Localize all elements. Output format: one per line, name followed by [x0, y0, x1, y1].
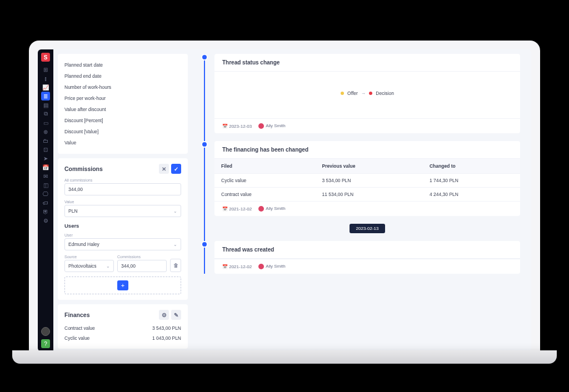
user-avatar[interactable] — [41, 327, 50, 336]
edit-icon[interactable]: ✎ — [171, 310, 181, 320]
finance-row: Cyclic value1 043,00 PLN — [64, 333, 181, 343]
logo-icon[interactable]: S — [41, 53, 50, 62]
mail-icon[interactable]: ✉ — [41, 172, 50, 180]
close-icon[interactable]: ✕ — [159, 164, 169, 174]
event-title: Thread status change — [214, 54, 520, 72]
left-panel: Planned start datePlanned end dateNumber… — [53, 49, 192, 351]
form-card: Planned start datePlanned end dateNumber… — [58, 54, 188, 154]
timeline-dot — [201, 141, 208, 148]
finance-row: Contract value3 543,00 PLN — [64, 323, 181, 333]
finance-table: FiledPrevious valueChanged toCyclic valu… — [214, 159, 520, 201]
form-field: Planned start date — [64, 59, 181, 71]
file-icon[interactable]: ▤ — [41, 100, 50, 109]
form-field: Number of work-hours — [64, 82, 181, 93]
event-title: Thread was created — [214, 241, 520, 259]
settings-icon[interactable]: ⚙ — [41, 216, 50, 225]
finances-title: Finances — [64, 311, 90, 318]
calendar-icon[interactable]: 📅 — [41, 163, 50, 172]
user-avatar-small — [258, 123, 264, 129]
confirm-icon[interactable]: ✓ — [171, 164, 181, 174]
chevron-down-icon: ⌄ — [173, 242, 177, 247]
monitor-icon[interactable]: 🖵 — [41, 189, 50, 198]
timeline-event: Thread status changeOffer→Decision📅 2023… — [214, 54, 520, 133]
timeline-event: Thread was created📅 2021-12-02Ally Smith — [214, 241, 520, 274]
finances-card: Finances ⚙ ✎ Contract value3 543,00 PLNC… — [58, 304, 188, 349]
trend-icon[interactable]: 📈 — [41, 83, 50, 92]
status-to: Decision — [376, 91, 394, 96]
shield-icon[interactable]: ⛨ — [41, 207, 50, 216]
briefcase-icon[interactable]: ▭ — [41, 118, 50, 127]
delete-button[interactable]: 🗑 — [170, 259, 181, 272]
add-button[interactable]: + — [117, 280, 128, 290]
help-icon[interactable]: ? — [41, 339, 50, 348]
sidebar: S ⊞⫿📈≣▤⧉▭⊕🗀⊡➤📅✉◫🖵🏷⛨⚙ ? — [38, 49, 53, 351]
form-field: Value — [64, 137, 181, 148]
source-select[interactable]: Photovoltaics⌄ — [64, 260, 114, 272]
plus-box-icon[interactable]: ⊕ — [41, 127, 50, 136]
event-title: The financing has been changed — [214, 141, 520, 159]
timeline: Thread status changeOffer→Decision📅 2023… — [201, 54, 520, 274]
timeline-dot — [201, 54, 208, 61]
commissions-title: Commissions — [64, 165, 103, 172]
form-field: Discount [Value] — [64, 126, 181, 137]
right-panel: Thread status changeOffer→Decision📅 2023… — [192, 49, 531, 351]
status-from: Offer — [347, 91, 358, 96]
chevron-down-icon: ⌄ — [106, 264, 110, 269]
folder-icon[interactable]: 🗀 — [41, 136, 50, 145]
form-field: Value after discount — [64, 104, 181, 115]
date-separator: 2023-02-13 — [214, 224, 520, 233]
dashboard-icon[interactable]: ⊞ — [41, 65, 50, 74]
value-select[interactable]: PLN⌄ — [64, 205, 181, 217]
layers-icon[interactable]: ≣ — [41, 92, 50, 100]
chart-icon[interactable]: ⫿ — [41, 74, 50, 83]
commissions-card: Commissions ✕ ✓ All commissions 344,00 V… — [58, 158, 188, 300]
gear-icon[interactable]: ⚙ — [159, 310, 169, 320]
copy-icon[interactable]: ⧉ — [41, 109, 50, 118]
form-field: Discount [Percent] — [64, 115, 181, 126]
value-label: Value — [64, 200, 181, 204]
calendar-icon: 📅 — [222, 264, 228, 269]
commission-input[interactable]: 344,00 — [117, 260, 167, 272]
calendar-icon: 📅 — [222, 124, 228, 129]
all-commissions-input[interactable]: 344,00 — [64, 183, 181, 195]
users-title: Users — [64, 223, 181, 229]
all-commissions-label: All commissions — [64, 178, 181, 182]
user-select[interactable]: Edmund Haley⌄ — [64, 238, 181, 250]
timeline-dot — [201, 241, 208, 248]
comm-label: Commissions — [117, 255, 167, 259]
apps-icon[interactable]: ◫ — [41, 180, 50, 189]
user-avatar-small — [258, 206, 264, 212]
calendar-icon: 📅 — [222, 207, 228, 212]
source-label: Source — [64, 255, 114, 259]
form-field: Planned end date — [64, 71, 181, 82]
timeline-event: The financing has been changedFiledPrevi… — [214, 141, 520, 216]
table-row: Cyclic value3 534,00 PLN1 744,30 PLN — [214, 174, 520, 188]
user-label: User — [64, 233, 181, 237]
chevron-down-icon: ⌄ — [173, 209, 177, 214]
send-icon[interactable]: ➤ — [41, 154, 50, 163]
grid-icon[interactable]: ⊡ — [41, 145, 50, 154]
table-row: Contract value11 534,00 PLN4 244,30 PLN — [214, 188, 520, 202]
tag-icon[interactable]: 🏷 — [41, 198, 50, 207]
form-field: Price per work-hour — [64, 93, 181, 104]
user-avatar-small — [258, 264, 264, 269]
